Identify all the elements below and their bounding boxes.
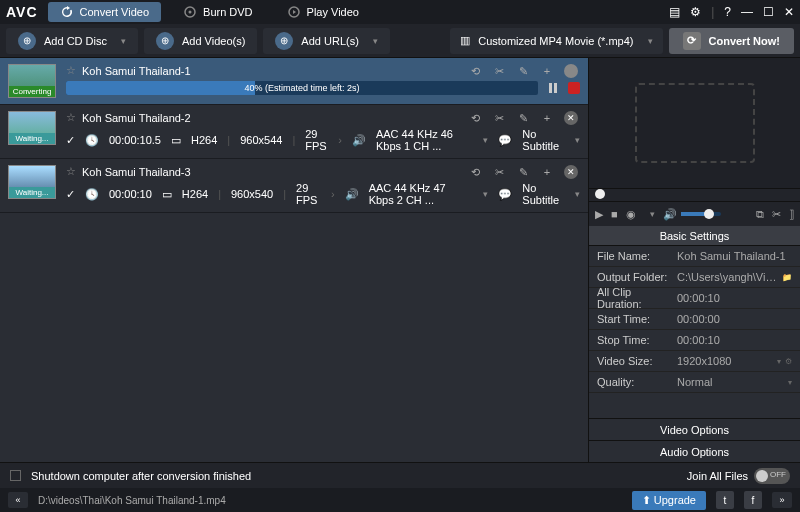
divider: |: [711, 5, 714, 19]
prev-button[interactable]: «: [8, 492, 28, 508]
list-item[interactable]: Waiting... ☆Koh Samui Thailand-2 ✓ 🕓00:0…: [0, 105, 588, 159]
list-item[interactable]: Converting ☆Koh Samui Thailand-1 40% (Es…: [0, 58, 588, 105]
progress-bar: 40% (Estimated time left: 2s): [66, 81, 538, 95]
button-label: Convert Now!: [709, 35, 781, 47]
volume-slider[interactable]: [681, 212, 721, 216]
status-badge: Waiting...: [9, 187, 55, 198]
start-time-value[interactable]: 00:00:00: [677, 313, 792, 325]
chevron-down-icon[interactable]: ▾: [483, 189, 488, 199]
gear-icon[interactable]: ⚙: [690, 5, 701, 19]
gear-icon[interactable]: ⚙: [785, 357, 792, 366]
minimize-icon[interactable]: —: [741, 5, 753, 19]
star-icon[interactable]: ☆: [66, 64, 76, 77]
scissors-icon[interactable]: ✂: [492, 165, 506, 179]
scrub-bar[interactable]: [589, 188, 800, 202]
stop-time-value[interactable]: 00:00:10: [677, 334, 792, 346]
chevron-down-icon[interactable]: ▾: [575, 189, 580, 199]
menu-icon[interactable]: ▤: [669, 5, 680, 19]
output-profile-select[interactable]: ▥ Customized MP4 Movie (*.mp4) ▾: [450, 28, 662, 54]
plus-icon[interactable]: +: [540, 111, 554, 125]
edit-icon[interactable]: ✎: [516, 165, 530, 179]
subtitle: No Subtitle: [522, 128, 559, 152]
maximize-icon[interactable]: ☐: [763, 5, 774, 19]
stop-icon[interactable]: ■: [611, 208, 618, 220]
shutdown-checkbox[interactable]: [10, 470, 21, 481]
scissors-icon[interactable]: ✂: [772, 208, 781, 221]
clock-icon: 🕓: [85, 134, 99, 147]
help-icon[interactable]: ?: [724, 5, 731, 19]
next-button[interactable]: »: [772, 492, 792, 508]
browse-folder-icon[interactable]: 📁: [782, 273, 792, 282]
edit-icon[interactable]: ✎: [516, 111, 530, 125]
field-label: Output Folder:: [597, 271, 677, 283]
snapshot-icon[interactable]: ◉: [626, 208, 636, 221]
twitter-icon[interactable]: t: [716, 491, 734, 509]
audio-options-button[interactable]: Audio Options: [589, 440, 800, 462]
play-icon[interactable]: ▶: [595, 208, 603, 221]
film-icon: ▥: [460, 34, 470, 47]
tab-burn-dvd[interactable]: Burn DVD: [171, 2, 265, 22]
video-options-button[interactable]: Video Options: [589, 418, 800, 440]
clip-duration-value: 00:00:10: [677, 292, 792, 304]
check-icon[interactable]: ✓: [66, 188, 75, 201]
scrub-handle[interactable]: [595, 189, 605, 199]
expand-icon[interactable]: ›: [331, 188, 335, 200]
thumbnail[interactable]: Converting: [8, 64, 56, 98]
tab-convert-video[interactable]: Convert Video: [48, 2, 162, 22]
chevron-down-icon[interactable]: ▾: [575, 135, 580, 145]
subtitle-icon: 💬: [498, 188, 512, 201]
clock-icon: 🕓: [85, 188, 99, 201]
chevron-down-icon[interactable]: ▾: [483, 135, 488, 145]
chevron-down-icon: ▾: [121, 36, 126, 46]
facebook-icon[interactable]: f: [744, 491, 762, 509]
remove-icon[interactable]: ✕: [564, 165, 578, 179]
filename-value[interactable]: Koh Samui Thailand-1: [677, 250, 792, 262]
chevron-down-icon[interactable]: ▾: [650, 209, 655, 219]
join-all-toggle[interactable]: [754, 468, 790, 484]
disc-icon: [183, 5, 197, 19]
remove-icon[interactable]: ✕: [564, 111, 578, 125]
scissors-icon[interactable]: ✂: [492, 111, 506, 125]
add-urls-button[interactable]: ⊕ Add URL(s) ▾: [263, 28, 389, 54]
film-placeholder-icon: [635, 83, 755, 163]
tab-play-video[interactable]: Play Video: [275, 2, 371, 22]
vres: 960x544: [240, 134, 282, 146]
add-videos-button[interactable]: ⊕ Add Video(s): [144, 28, 257, 54]
refresh-icon[interactable]: ⟲: [468, 64, 482, 78]
output-folder-value[interactable]: C:\Users\yangh\Videos...: [677, 271, 778, 283]
shutdown-label: Shutdown computer after conversion finis…: [31, 470, 251, 482]
plus-icon[interactable]: +: [540, 165, 554, 179]
refresh-icon[interactable]: ⟲: [468, 165, 482, 179]
quality-value[interactable]: Normal: [677, 376, 784, 388]
expand-icon[interactable]: ›: [338, 134, 342, 146]
thumbnail[interactable]: Waiting...: [8, 165, 56, 199]
chevron-down-icon[interactable]: ▾: [777, 357, 781, 366]
scissors-icon[interactable]: ✂: [492, 64, 506, 78]
add-cd-disc-button[interactable]: ⊕ Add CD Disc ▾: [6, 28, 138, 54]
pause-icon[interactable]: [546, 81, 560, 95]
upgrade-button[interactable]: ⬆ Upgrade: [632, 491, 706, 510]
volume-icon[interactable]: 🔊: [663, 208, 677, 221]
thumbnail[interactable]: Waiting...: [8, 111, 56, 145]
check-icon[interactable]: ✓: [66, 134, 75, 147]
globe-add-icon: ⊕: [275, 32, 293, 50]
list-item[interactable]: Waiting... ☆Koh Samui Thailand-3 ✓ 🕓00:0…: [0, 159, 588, 213]
chevron-down-icon[interactable]: ▾: [788, 378, 792, 387]
bracket-icon[interactable]: ⟧: [789, 208, 794, 221]
star-icon[interactable]: ☆: [66, 165, 76, 178]
stop-icon[interactable]: [568, 82, 580, 94]
refresh-icon[interactable]: ⟲: [468, 111, 482, 125]
video-size-value[interactable]: 1920x1080: [677, 355, 773, 367]
convert-now-button[interactable]: ⟳ Convert Now!: [669, 28, 795, 54]
close-icon[interactable]: ✕: [784, 5, 794, 19]
upload-icon: ⬆: [642, 494, 651, 506]
acodec: AAC 44 KHz 46 Kbps 1 CH ...: [376, 128, 467, 152]
refresh-icon: [60, 5, 74, 19]
link-icon[interactable]: ⧉: [756, 208, 764, 221]
vcodec: H264: [182, 188, 208, 200]
star-icon[interactable]: ☆: [66, 111, 76, 124]
edit-icon[interactable]: ✎: [516, 64, 530, 78]
remove-icon[interactable]: [564, 64, 578, 78]
plus-icon[interactable]: +: [540, 64, 554, 78]
svg-rect-4: [554, 83, 557, 93]
